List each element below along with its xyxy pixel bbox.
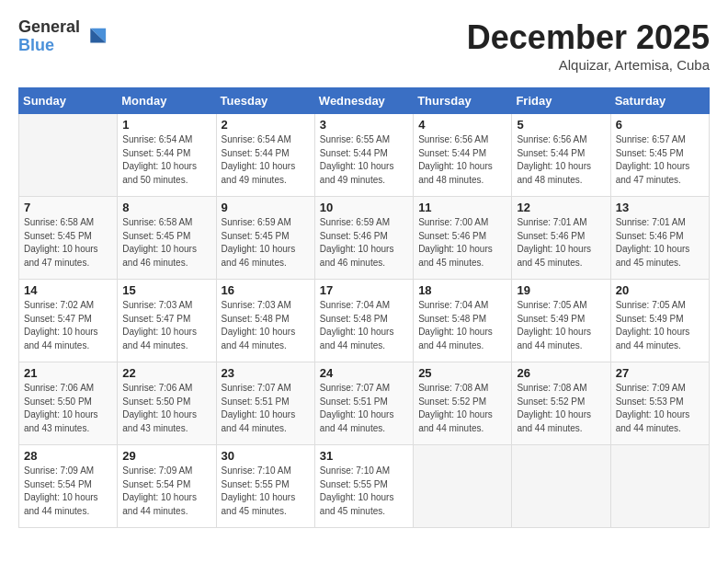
calendar-cell: 13Sunrise: 7:01 AM Sunset: 5:46 PM Dayli… (610, 197, 709, 280)
day-info: Sunrise: 7:01 AM Sunset: 5:46 PM Dayligh… (616, 216, 704, 270)
calendar-cell: 1Sunrise: 6:54 AM Sunset: 5:44 PM Daylig… (118, 114, 216, 197)
day-info: Sunrise: 6:58 AM Sunset: 5:45 PM Dayligh… (24, 216, 112, 270)
day-info: Sunrise: 7:10 AM Sunset: 5:55 PM Dayligh… (222, 465, 310, 518)
week-row-3: 14Sunrise: 7:02 AM Sunset: 5:47 PM Dayli… (19, 280, 710, 362)
day-info: Sunrise: 6:59 AM Sunset: 5:45 PM Dayligh… (222, 216, 310, 270)
calendar-cell: 14Sunrise: 7:02 AM Sunset: 5:47 PM Dayli… (19, 280, 118, 362)
day-info: Sunrise: 7:06 AM Sunset: 5:50 PM Dayligh… (24, 382, 112, 435)
day-number: 10 (320, 201, 408, 214)
calendar-cell: 10Sunrise: 6:59 AM Sunset: 5:46 PM Dayli… (314, 197, 413, 280)
calendar-cell: 23Sunrise: 7:07 AM Sunset: 5:51 PM Dayli… (216, 362, 314, 445)
location-subtitle: Alquizar, Artemisa, Cuba (467, 57, 710, 73)
day-number: 28 (24, 449, 112, 463)
day-number: 17 (320, 283, 408, 297)
calendar-cell: 29Sunrise: 7:09 AM Sunset: 5:54 PM Dayli… (118, 445, 216, 528)
calendar-cell: 12Sunrise: 7:01 AM Sunset: 5:46 PM Dayli… (512, 197, 610, 280)
calendar-cell: 9Sunrise: 6:59 AM Sunset: 5:45 PM Daylig… (216, 197, 314, 280)
day-number: 15 (122, 283, 210, 297)
day-number: 29 (122, 449, 210, 463)
month-title: December 2025 (467, 18, 710, 57)
day-info: Sunrise: 7:08 AM Sunset: 5:52 PM Dayligh… (517, 382, 605, 435)
day-number: 20 (616, 283, 704, 297)
column-header-friday: Friday (512, 88, 610, 114)
calendar-cell: 15Sunrise: 7:03 AM Sunset: 5:47 PM Dayli… (118, 280, 216, 362)
day-info: Sunrise: 7:06 AM Sunset: 5:50 PM Dayligh… (122, 382, 210, 435)
day-number: 18 (418, 283, 506, 297)
day-number: 5 (517, 118, 605, 132)
day-info: Sunrise: 7:02 AM Sunset: 5:47 PM Dayligh… (24, 299, 112, 352)
calendar-cell: 27Sunrise: 7:09 AM Sunset: 5:53 PM Dayli… (610, 362, 709, 445)
day-info: Sunrise: 7:05 AM Sunset: 5:49 PM Dayligh… (517, 299, 605, 352)
day-number: 22 (122, 366, 210, 380)
day-info: Sunrise: 6:55 AM Sunset: 5:44 PM Dayligh… (320, 133, 408, 187)
calendar-cell: 5Sunrise: 6:56 AM Sunset: 5:44 PM Daylig… (512, 114, 610, 197)
day-info: Sunrise: 7:07 AM Sunset: 5:51 PM Dayligh… (320, 382, 408, 435)
day-number: 27 (616, 366, 704, 380)
day-number: 2 (222, 118, 310, 132)
calendar-cell: 6Sunrise: 6:57 AM Sunset: 5:45 PM Daylig… (610, 114, 709, 197)
column-header-sunday: Sunday (19, 88, 118, 114)
calendar-cell: 17Sunrise: 7:04 AM Sunset: 5:48 PM Dayli… (314, 280, 413, 362)
column-header-wednesday: Wednesday (314, 88, 413, 114)
day-info: Sunrise: 7:08 AM Sunset: 5:52 PM Dayligh… (418, 382, 506, 435)
column-header-tuesday: Tuesday (216, 88, 314, 114)
calendar-cell: 4Sunrise: 6:56 AM Sunset: 5:44 PM Daylig… (414, 114, 512, 197)
calendar-cell: 28Sunrise: 7:09 AM Sunset: 5:54 PM Dayli… (19, 445, 118, 528)
week-row-1: 1Sunrise: 6:54 AM Sunset: 5:44 PM Daylig… (19, 114, 710, 197)
calendar-cell: 16Sunrise: 7:03 AM Sunset: 5:48 PM Dayli… (216, 280, 314, 362)
day-number: 8 (122, 201, 210, 214)
day-info: Sunrise: 6:54 AM Sunset: 5:44 PM Dayligh… (222, 133, 310, 187)
calendar-cell: 3Sunrise: 6:55 AM Sunset: 5:44 PM Daylig… (314, 114, 413, 197)
day-number: 9 (222, 201, 310, 214)
calendar-cell: 24Sunrise: 7:07 AM Sunset: 5:51 PM Dayli… (314, 362, 413, 445)
calendar-table: SundayMondayTuesdayWednesdayThursdayFrid… (18, 87, 710, 528)
day-info: Sunrise: 6:57 AM Sunset: 5:45 PM Dayligh… (616, 133, 704, 187)
day-info: Sunrise: 6:56 AM Sunset: 5:44 PM Dayligh… (517, 133, 605, 187)
calendar-cell: 7Sunrise: 6:58 AM Sunset: 5:45 PM Daylig… (19, 197, 118, 280)
day-info: Sunrise: 7:09 AM Sunset: 5:54 PM Dayligh… (122, 465, 210, 518)
day-number: 24 (320, 366, 408, 380)
day-number: 30 (222, 449, 310, 463)
logo-icon (82, 24, 108, 50)
week-row-2: 7Sunrise: 6:58 AM Sunset: 5:45 PM Daylig… (19, 197, 710, 280)
calendar-cell: 25Sunrise: 7:08 AM Sunset: 5:52 PM Dayli… (414, 362, 512, 445)
calendar-cell: 19Sunrise: 7:05 AM Sunset: 5:49 PM Dayli… (512, 280, 610, 362)
calendar-cell: 30Sunrise: 7:10 AM Sunset: 5:55 PM Dayli… (216, 445, 314, 528)
day-number: 3 (320, 118, 408, 132)
week-row-5: 28Sunrise: 7:09 AM Sunset: 5:54 PM Dayli… (19, 445, 710, 528)
day-info: Sunrise: 6:54 AM Sunset: 5:44 PM Dayligh… (122, 133, 210, 187)
day-number: 1 (122, 118, 210, 132)
day-info: Sunrise: 7:10 AM Sunset: 5:55 PM Dayligh… (320, 465, 408, 518)
day-number: 31 (320, 449, 408, 463)
day-number: 26 (517, 366, 605, 380)
title-block: December 2025 Alquizar, Artemisa, Cuba (467, 18, 710, 73)
logo: General Blue (18, 18, 108, 55)
day-number: 19 (517, 283, 605, 297)
day-info: Sunrise: 7:05 AM Sunset: 5:49 PM Dayligh… (616, 299, 704, 352)
day-number: 23 (222, 366, 310, 380)
day-info: Sunrise: 6:58 AM Sunset: 5:45 PM Dayligh… (122, 216, 210, 270)
day-number: 14 (24, 283, 112, 297)
week-row-4: 21Sunrise: 7:06 AM Sunset: 5:50 PM Dayli… (19, 362, 710, 445)
day-number: 7 (24, 201, 112, 214)
logo-general-text: General (18, 18, 80, 37)
day-info: Sunrise: 7:04 AM Sunset: 5:48 PM Dayligh… (320, 299, 408, 352)
header-row: SundayMondayTuesdayWednesdayThursdayFrid… (19, 88, 710, 114)
day-info: Sunrise: 7:01 AM Sunset: 5:46 PM Dayligh… (517, 216, 605, 270)
calendar-cell (19, 114, 118, 197)
calendar-cell: 22Sunrise: 7:06 AM Sunset: 5:50 PM Dayli… (118, 362, 216, 445)
day-number: 4 (418, 118, 506, 132)
day-number: 21 (24, 366, 112, 380)
day-number: 13 (616, 201, 704, 214)
page-header: General Blue December 2025 Alquizar, Art… (18, 18, 710, 73)
calendar-cell: 8Sunrise: 6:58 AM Sunset: 5:45 PM Daylig… (118, 197, 216, 280)
day-info: Sunrise: 7:00 AM Sunset: 5:46 PM Dayligh… (418, 216, 506, 270)
calendar-cell: 2Sunrise: 6:54 AM Sunset: 5:44 PM Daylig… (216, 114, 314, 197)
day-info: Sunrise: 7:03 AM Sunset: 5:47 PM Dayligh… (122, 299, 210, 352)
day-info: Sunrise: 6:56 AM Sunset: 5:44 PM Dayligh… (418, 133, 506, 187)
calendar-cell (414, 445, 512, 528)
column-header-thursday: Thursday (414, 88, 512, 114)
calendar-cell: 26Sunrise: 7:08 AM Sunset: 5:52 PM Dayli… (512, 362, 610, 445)
column-header-saturday: Saturday (610, 88, 709, 114)
calendar-cell (610, 445, 709, 528)
